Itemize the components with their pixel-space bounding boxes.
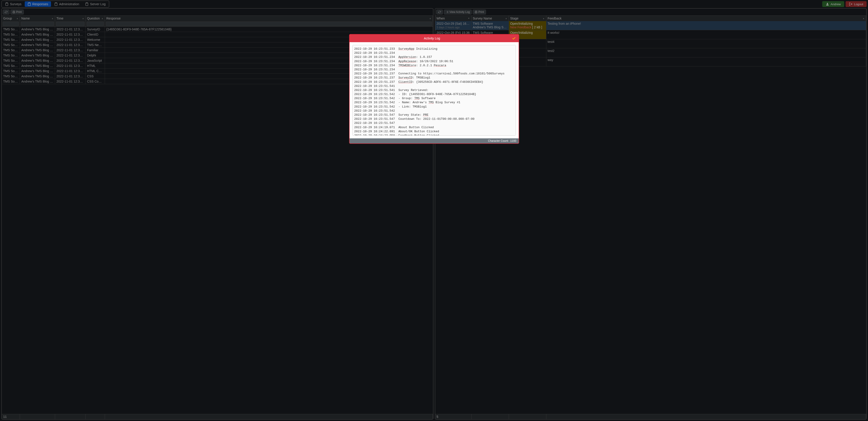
modal-header: Activity Log [349, 34, 519, 42]
modal-title: Activity Log [352, 36, 512, 40]
modal-footer: Character Count: 1193 [349, 139, 519, 143]
log-content[interactable]: 2022-10-29 16:23:51.233 SurveyApp Initia… [352, 45, 516, 136]
ok-icon[interactable] [512, 36, 516, 40]
char-count-value: 1193 [510, 139, 517, 143]
modal-body: 2022-10-29 16:23:51.233 SurveyApp Initia… [349, 42, 519, 139]
modal-overlay[interactable]: Activity Log 2022-10-29 16:23:51.233 Sur… [0, 0, 868, 420]
char-count-label: Character Count: [488, 139, 509, 143]
activity-log-modal: Activity Log 2022-10-29 16:23:51.233 Sur… [349, 34, 519, 144]
